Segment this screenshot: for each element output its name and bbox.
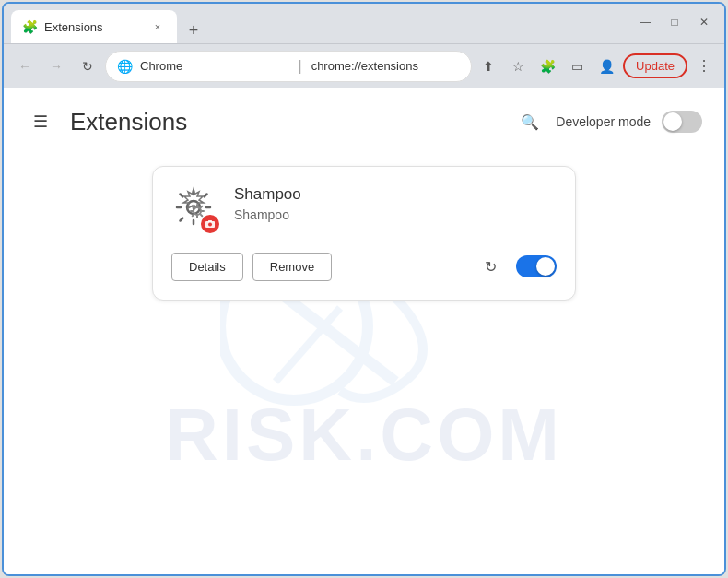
chrome-menu-button[interactable]: ⋮: [691, 53, 717, 79]
extension-enabled-toggle[interactable]: [516, 255, 557, 277]
svg-rect-7: [208, 220, 212, 222]
active-tab[interactable]: 🧩 Extensions ×: [11, 10, 177, 43]
extension-card: Shampoo Shampoo Details Remove ↻: [152, 166, 576, 301]
header-right: 🔍 Developer mode: [515, 107, 702, 136]
details-button[interactable]: Details: [171, 253, 243, 281]
svg-line-1: [276, 289, 395, 382]
header-left: ☰ Extensions: [26, 107, 187, 136]
toggle-on-knob: [536, 257, 555, 276]
svg-line-2: [276, 308, 340, 382]
sidebar-button[interactable]: ▭: [564, 53, 590, 79]
extension-info: Shampoo Shampoo: [234, 185, 557, 222]
search-button[interactable]: 🔍: [515, 107, 545, 136]
window-controls: — □ ✕: [632, 11, 717, 37]
tab-area: 🧩 Extensions × +: [11, 4, 632, 43]
watermark: RISK.COM: [165, 393, 563, 478]
reload-button[interactable]: ↻: [74, 53, 101, 80]
url-separator: |: [298, 58, 301, 75]
close-button[interactable]: ✕: [691, 11, 717, 33]
site-security-icon: 🌐: [117, 59, 133, 74]
minimize-button[interactable]: —: [632, 11, 658, 33]
extension-card-top: Shampoo Shampoo: [171, 185, 557, 233]
share-button[interactable]: ⬆: [476, 53, 501, 79]
update-button[interactable]: Update: [623, 53, 687, 78]
refresh-extension-button[interactable]: ↻: [476, 252, 505, 281]
extensions-button[interactable]: 🧩: [534, 53, 560, 79]
page-title: Extensions: [70, 108, 187, 136]
developer-mode-label: Developer mode: [556, 114, 651, 129]
hamburger-button[interactable]: ☰: [26, 107, 55, 136]
svg-point-6: [208, 223, 212, 227]
url-path: chrome://extensions: [311, 59, 460, 73]
extensions-page: RISK.COM ☰ Extensions 🔍 Developer: [4, 88, 724, 574]
tab-puzzle-icon: 🧩: [22, 19, 37, 34]
extension-actions-right: ↻: [476, 252, 557, 281]
profile-button[interactable]: 👤: [593, 53, 619, 79]
extension-description: Shampoo: [234, 207, 557, 222]
developer-mode-toggle[interactable]: [662, 111, 702, 133]
forward-button[interactable]: →: [42, 53, 70, 80]
address-bar: ← → ↻ 🌐 Chrome | chrome://extensions ⬆ ☆…: [4, 44, 724, 88]
new-tab-button[interactable]: +: [181, 18, 206, 43]
extension-badge: [201, 215, 219, 233]
remove-button[interactable]: Remove: [252, 253, 332, 281]
extension-card-bottom: Details Remove ↻: [171, 252, 557, 281]
url-brand: Chrome: [140, 59, 288, 73]
title-bar: 🧩 Extensions × + — □ ✕: [4, 4, 724, 44]
extension-icon-wrapper: [171, 185, 219, 233]
extensions-header: ☰ Extensions 🔍 Developer mode: [26, 107, 702, 144]
page-content: RISK.COM ☰ Extensions 🔍 Developer: [4, 88, 724, 574]
bookmark-button[interactable]: ☆: [505, 53, 531, 79]
tab-title: Extensions: [44, 20, 142, 34]
maximize-button[interactable]: □: [662, 11, 687, 33]
url-box[interactable]: 🌐 Chrome | chrome://extensions: [105, 51, 472, 82]
toggle-knob: [663, 112, 682, 131]
browser-window: 🧩 Extensions × + — □ ✕ ← → ↻ 🌐 Chrome | …: [2, 2, 726, 576]
back-button[interactable]: ←: [11, 53, 39, 80]
extension-name: Shampoo: [234, 185, 557, 204]
tab-close-button[interactable]: ×: [149, 18, 166, 35]
